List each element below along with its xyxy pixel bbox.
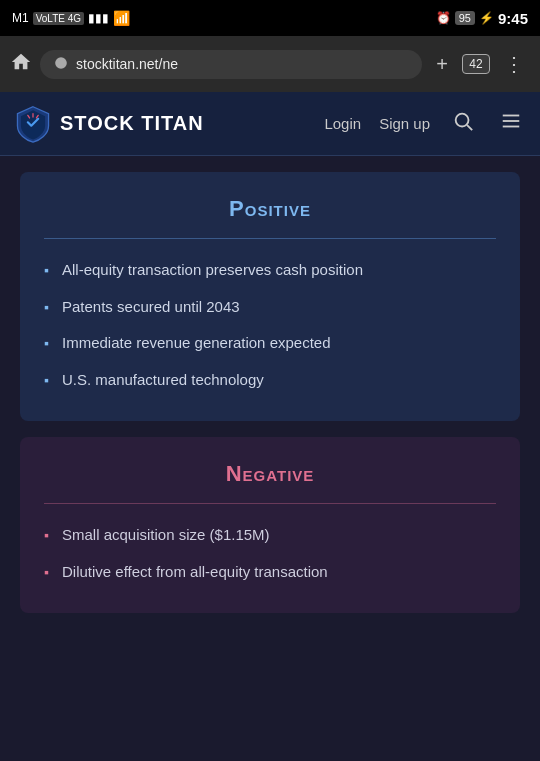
browser-chrome: S stocktitan.net/ne + 42 ⋮: [0, 36, 540, 92]
positive-title-text: Positive: [229, 196, 311, 221]
security-icon: S: [54, 56, 68, 73]
positive-list: All-equity transaction preserves cash po…: [44, 259, 496, 391]
svg-point-2: [456, 113, 469, 126]
new-tab-button[interactable]: +: [430, 51, 454, 78]
menu-button[interactable]: [496, 110, 526, 138]
logo-area: STOCK TITAN: [14, 105, 324, 143]
search-button[interactable]: [448, 110, 478, 138]
carrier-label: M1: [12, 11, 29, 25]
positive-section: Positive All-equity transaction preserve…: [20, 172, 520, 421]
list-item: U.S. manufactured technology: [44, 369, 496, 392]
signup-link[interactable]: Sign up: [379, 115, 430, 132]
status-right: ⏰ 95 ⚡ 9:45: [436, 10, 528, 27]
negative-section: Negative Small acquisition size ($1.15M)…: [20, 437, 520, 613]
time-label: 9:45: [498, 10, 528, 27]
home-button[interactable]: [10, 51, 32, 78]
positive-divider: [44, 238, 496, 239]
nav-bar: STOCK TITAN Login Sign up: [0, 92, 540, 156]
list-item: Small acquisition size ($1.15M): [44, 524, 496, 547]
negative-title-text: Negative: [226, 461, 315, 486]
login-link[interactable]: Login: [324, 115, 361, 132]
signal-icon: ▮▮▮: [88, 11, 109, 25]
list-item: All-equity transaction preserves cash po…: [44, 259, 496, 282]
status-bar: M1 VoLTE 4G ▮▮▮ 📶 ⏰ 95 ⚡ 9:45: [0, 0, 540, 36]
wifi-icon: 📶: [113, 10, 130, 26]
list-item: Patents secured until 2043: [44, 296, 496, 319]
more-menu-button[interactable]: ⋮: [498, 50, 530, 78]
url-text: stocktitan.net/ne: [76, 56, 178, 72]
address-bar[interactable]: S stocktitan.net/ne: [40, 50, 422, 79]
svg-line-3: [467, 125, 472, 130]
svg-text:S: S: [58, 59, 63, 66]
logo-text: STOCK TITAN: [60, 112, 204, 135]
tabs-count-badge[interactable]: 42: [462, 54, 490, 74]
battery-badge: 95: [455, 11, 475, 25]
negative-list: Small acquisition size ($1.15M) Dilutive…: [44, 524, 496, 583]
nav-links: Login Sign up: [324, 110, 526, 138]
negative-divider: [44, 503, 496, 504]
list-item: Dilutive effect from all-equity transact…: [44, 561, 496, 584]
status-left: M1 VoLTE 4G ▮▮▮ 📶: [12, 10, 130, 26]
alarm-icon: ⏰: [436, 11, 451, 25]
list-item: Immediate revenue generation expected: [44, 332, 496, 355]
battery-icon: ⚡: [479, 11, 494, 25]
top-spacer: [0, 156, 540, 172]
negative-title: Negative: [44, 461, 496, 487]
network-label: VoLTE 4G: [33, 12, 84, 25]
logo-icon: [14, 105, 52, 143]
main-content: Positive All-equity transaction preserve…: [0, 156, 540, 613]
positive-title: Positive: [44, 196, 496, 222]
